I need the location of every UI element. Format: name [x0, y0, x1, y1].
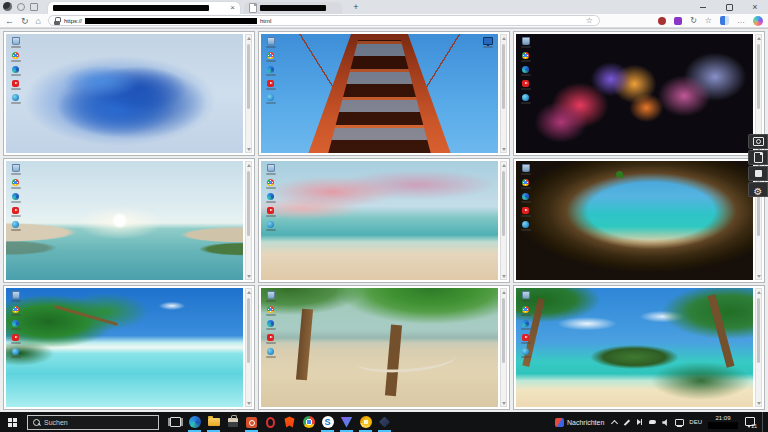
youtube-desktop-icon[interactable]	[9, 334, 22, 344]
mail-app-desktop-icon[interactable]	[9, 348, 22, 358]
square-button[interactable]	[748, 166, 768, 181]
vertical-tabs-icon[interactable]	[30, 3, 38, 11]
chrome-desktop-icon[interactable]	[9, 306, 22, 316]
browser-essentials-icon[interactable]	[720, 16, 729, 25]
chrome-desktop-icon[interactable]	[519, 179, 532, 189]
scroll-down-arrow-icon[interactable]	[501, 273, 506, 279]
taskbar-app-store[interactable]	[223, 412, 242, 432]
scrollbar-thumb[interactable]	[757, 298, 760, 362]
taskbar-app-chrome-canary[interactable]	[356, 412, 375, 432]
recycle-bin-desktop-icon[interactable]	[519, 37, 532, 48]
desktop-screenshot-cell-1[interactable]	[3, 31, 255, 156]
edge-desktop-icon[interactable]	[9, 320, 22, 330]
scroll-down-arrow-icon[interactable]	[501, 400, 506, 406]
scroll-up-arrow-icon[interactable]	[756, 289, 761, 295]
favorites-star-icon[interactable]	[586, 17, 593, 25]
show-desktop-button[interactable]	[762, 412, 766, 432]
scroll-down-arrow-icon[interactable]	[756, 273, 761, 279]
edge-desktop-icon[interactable]	[519, 66, 532, 76]
chrome-desktop-icon[interactable]	[9, 179, 22, 189]
copilot-icon[interactable]	[753, 16, 763, 26]
scrollbar-thumb[interactable]	[247, 298, 250, 362]
edge-desktop-icon[interactable]	[9, 193, 22, 203]
extension-purple-icon[interactable]	[674, 17, 682, 25]
mail-app-desktop-icon[interactable]	[519, 348, 532, 358]
desktop-screenshot-cell-3[interactable]	[513, 31, 765, 156]
pen-icon[interactable]	[623, 417, 631, 427]
taskbar-app-task-view[interactable]	[166, 412, 185, 432]
scroll-down-arrow-icon[interactable]	[246, 400, 251, 406]
minimize-button[interactable]	[690, 0, 716, 14]
tab-2[interactable]	[244, 2, 342, 14]
scroll-up-arrow-icon[interactable]	[501, 35, 506, 41]
back-icon[interactable]	[5, 16, 14, 26]
taskbar-app-edge[interactable]	[185, 412, 204, 432]
recycle-bin-desktop-icon[interactable]	[264, 37, 277, 48]
chrome-desktop-icon[interactable]	[9, 52, 22, 62]
clock[interactable]: 21:09	[708, 415, 738, 429]
taskbar-app-dark-browser[interactable]	[375, 412, 394, 432]
chrome-desktop-icon[interactable]	[519, 52, 532, 62]
desktop-screenshot-cell-8[interactable]	[258, 285, 510, 410]
cell-scrollbar[interactable]	[500, 34, 507, 153]
edge-desktop-icon[interactable]	[519, 193, 532, 203]
home-icon[interactable]	[36, 16, 41, 26]
scroll-down-arrow-icon[interactable]	[246, 146, 251, 152]
mail-app-desktop-icon[interactable]	[519, 94, 532, 104]
chrome-desktop-icon[interactable]	[264, 52, 277, 62]
recycle-bin-desktop-icon[interactable]	[9, 37, 22, 48]
history-icon[interactable]	[690, 16, 697, 25]
maximize-button[interactable]	[716, 0, 742, 14]
chevron-up-icon[interactable]	[610, 417, 618, 427]
cell-scrollbar[interactable]	[245, 288, 252, 407]
page-button[interactable]	[748, 150, 768, 165]
chrome-desktop-icon[interactable]	[264, 306, 277, 316]
recycle-bin-desktop-icon[interactable]	[264, 291, 277, 302]
cell-scrollbar[interactable]	[500, 288, 507, 407]
language-indicator[interactable]: DEU	[689, 419, 702, 425]
desktop-screenshot-cell-7[interactable]	[3, 285, 255, 410]
this-pc-desktop-icon[interactable]	[481, 37, 494, 48]
tab-1[interactable]	[48, 2, 240, 14]
recycle-bin-desktop-icon[interactable]	[519, 164, 532, 175]
scroll-down-arrow-icon[interactable]	[246, 273, 251, 279]
start-button[interactable]	[0, 412, 24, 432]
more-menu-icon[interactable]	[737, 16, 745, 25]
camera-button[interactable]	[748, 134, 768, 149]
cell-scrollbar[interactable]	[245, 161, 252, 280]
tab-actions-icon[interactable]	[17, 3, 25, 11]
mail-app-desktop-icon[interactable]	[519, 221, 532, 231]
new-tab-button[interactable]: +	[350, 1, 362, 13]
desktop-screenshot-cell-4[interactable]	[3, 158, 255, 283]
scroll-up-arrow-icon[interactable]	[246, 162, 251, 168]
gear-button[interactable]	[748, 182, 768, 197]
refresh-icon[interactable]	[21, 16, 29, 26]
recycle-bin-desktop-icon[interactable]	[264, 164, 277, 175]
tab-close-icon[interactable]	[230, 4, 235, 12]
mail-app-desktop-icon[interactable]	[264, 221, 277, 231]
edge-desktop-icon[interactable]	[264, 193, 277, 203]
youtube-desktop-icon[interactable]	[519, 334, 532, 344]
mail-app-desktop-icon[interactable]	[264, 94, 277, 104]
taskbar-app-triangle-browser[interactable]	[337, 412, 356, 432]
youtube-desktop-icon[interactable]	[264, 334, 277, 344]
recycle-bin-desktop-icon[interactable]	[519, 291, 532, 302]
cell-scrollbar[interactable]	[755, 288, 762, 407]
edge-desktop-icon[interactable]	[264, 66, 277, 76]
taskbar-app-chrome[interactable]	[299, 412, 318, 432]
taskbar-search[interactable]: Suchen	[27, 415, 159, 430]
desktop-screenshot-cell-2[interactable]	[258, 31, 510, 156]
youtube-desktop-icon[interactable]	[9, 80, 22, 90]
mail-app-desktop-icon[interactable]	[264, 348, 277, 358]
chrome-desktop-icon[interactable]	[519, 306, 532, 316]
desktop-screenshot-cell-5[interactable]	[258, 158, 510, 283]
youtube-desktop-icon[interactable]	[9, 207, 22, 217]
scroll-up-arrow-icon[interactable]	[501, 289, 506, 295]
scrollbar-thumb[interactable]	[502, 298, 505, 362]
scrollbar-thumb[interactable]	[757, 44, 760, 108]
close-button[interactable]	[742, 0, 768, 14]
scroll-down-arrow-icon[interactable]	[756, 400, 761, 406]
cell-scrollbar[interactable]	[245, 34, 252, 153]
volume-icon[interactable]	[662, 417, 670, 427]
bluetooth-icon[interactable]	[636, 417, 644, 427]
